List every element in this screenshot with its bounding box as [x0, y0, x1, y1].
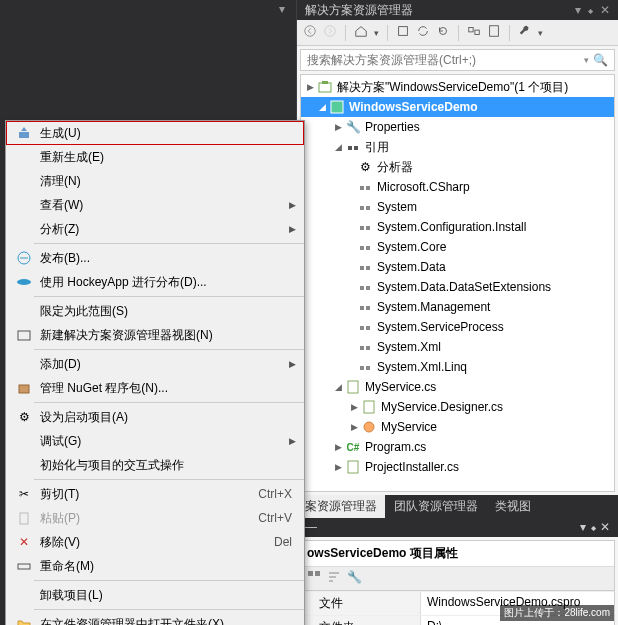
ref-node[interactable]: System.Data [301, 257, 614, 277]
ref-node[interactable]: Microsoft.CSharp [301, 177, 614, 197]
svg-point-0 [305, 26, 316, 37]
ref-node[interactable]: System [301, 197, 614, 217]
ctx-open-folder[interactable]: 在文件资源管理器中打开文件夹(X) [6, 612, 304, 625]
ctx-cut[interactable]: ✂剪切(T)Ctrl+X [6, 482, 304, 506]
ctx-new-view[interactable]: 新建解决方案资源管理器视图(N) [6, 323, 304, 347]
ctx-rename[interactable]: 重命名(M) [6, 554, 304, 578]
ctx-analyze[interactable]: 分析(Z)▶ [6, 217, 304, 241]
dash: — [305, 520, 317, 534]
separator [34, 580, 304, 581]
solution-node[interactable]: ▶ 解决方案"WindowsServiceDemo"(1 个项目) [301, 77, 614, 97]
class-node[interactable]: ▶MyService [301, 417, 614, 437]
ref-node[interactable]: System.Xml [301, 337, 614, 357]
svg-point-33 [364, 422, 374, 432]
ref-icon [357, 259, 373, 275]
ctx-nuget[interactable]: 管理 NuGet 程序包(N)... [6, 376, 304, 400]
ctx-view[interactable]: 查看(W)▶ [6, 193, 304, 217]
solution-tree[interactable]: ▶ 解决方案"WindowsServiceDemo"(1 个项目) ◢ Wind… [300, 74, 615, 492]
ctx-build[interactable]: 生成(U) [6, 121, 304, 145]
svg-rect-21 [360, 286, 364, 290]
svg-rect-43 [18, 564, 30, 569]
ref-node[interactable]: System.Data.DataSetExtensions [301, 277, 614, 297]
ctx-rebuild[interactable]: 重新生成(E) [6, 145, 304, 169]
ctx-interactive[interactable]: 初始化与项目的交互式操作 [6, 453, 304, 477]
svg-rect-16 [366, 226, 370, 230]
pin-icon[interactable]: ⬥ [590, 520, 597, 534]
close-icon[interactable]: ✕ [600, 3, 610, 17]
file-node[interactable]: ◢MyService.cs [301, 377, 614, 397]
panel-bottom-tabs: 案资源管理器 团队资源管理器 类视图 [297, 495, 618, 517]
ctx-scope[interactable]: 限定为此范围(S) [6, 299, 304, 323]
ctx-debug[interactable]: 调试(G)▶ [6, 429, 304, 453]
search-input[interactable] [307, 53, 584, 67]
paste-icon [14, 511, 34, 525]
tab-team-explorer[interactable]: 团队资源管理器 [386, 495, 486, 518]
ref-node[interactable]: System.Configuration.Install [301, 217, 614, 237]
ref-node[interactable]: System.Xml.Linq [301, 357, 614, 377]
categorize-icon[interactable] [307, 570, 321, 587]
svg-rect-25 [360, 326, 364, 330]
svg-rect-18 [366, 246, 370, 250]
sync-icon[interactable] [416, 24, 430, 41]
panel-titlebar: 解决方案资源管理器 ▾ ⬥ ✕ [297, 0, 618, 20]
show-all-icon[interactable] [467, 24, 481, 41]
analyzer-node[interactable]: ⚙分析器 [301, 157, 614, 177]
ctx-hockeyapp[interactable]: 使用 HockeyApp 进行分布(D)... [6, 270, 304, 294]
svg-rect-35 [308, 571, 313, 576]
ref-node[interactable]: System.ServiceProcess [301, 317, 614, 337]
tab-class-view[interactable]: 类视图 [487, 495, 539, 518]
ctx-remove[interactable]: ✕移除(V)Del [6, 530, 304, 554]
ctx-clean[interactable]: 清理(N) [6, 169, 304, 193]
file-node[interactable]: ▶MyService.Designer.cs [301, 397, 614, 417]
ctx-add[interactable]: 添加(D)▶ [6, 352, 304, 376]
ref-node[interactable]: System.Core [301, 237, 614, 257]
ctx-unload[interactable]: 卸载项目(L) [6, 583, 304, 607]
svg-rect-7 [322, 81, 328, 84]
ctx-publish[interactable]: 发布(B)... [6, 246, 304, 270]
forward-icon[interactable] [323, 24, 337, 41]
ref-icon [357, 339, 373, 355]
submenu-icon: ▶ [289, 359, 296, 369]
prop-key: 文件夹 [301, 616, 421, 625]
references-node[interactable]: ◢引用 [301, 137, 614, 157]
ctx-startup[interactable]: ⚙设为启动项目(A) [6, 405, 304, 429]
properties-icon[interactable] [487, 24, 501, 41]
back-icon[interactable] [303, 24, 317, 41]
dropdown-icon[interactable]: ▾ [575, 3, 581, 17]
editor-dropdown-icon[interactable]: ▾ [279, 2, 285, 16]
collapse-icon[interactable] [396, 24, 410, 41]
home-icon[interactable] [354, 24, 368, 41]
search-dd-icon[interactable]: ▾ [584, 55, 589, 65]
refresh-icon[interactable] [436, 24, 450, 41]
panel-title-text: 解决方案资源管理器 [305, 2, 413, 19]
ref-node[interactable]: System.Management [301, 297, 614, 317]
remove-icon: ✕ [14, 535, 34, 549]
close-icon[interactable]: ✕ [600, 520, 610, 534]
wrench-icon[interactable]: 🔧 [347, 570, 362, 587]
submenu-icon: ▶ [289, 436, 296, 446]
tab-solution-explorer[interactable]: 案资源管理器 [297, 495, 385, 518]
submenu-icon: ▶ [289, 200, 296, 210]
separator [34, 349, 304, 350]
dropdown-icon[interactable]: ▾ [580, 520, 586, 534]
cs-icon [345, 459, 361, 475]
rename-icon [14, 559, 34, 573]
search-box[interactable]: ▾ 🔍 [300, 49, 615, 71]
project-node[interactable]: ◢ WindowsServiceDemo [301, 97, 614, 117]
solution-icon [317, 79, 333, 95]
ref-icon [357, 319, 373, 335]
svg-rect-27 [360, 346, 364, 350]
analyzer-icon: ⚙ [357, 159, 373, 175]
file-node[interactable]: ▶ProjectInstaller.cs [301, 457, 614, 477]
svg-rect-22 [366, 286, 370, 290]
dd2-icon[interactable]: ▾ [538, 28, 543, 38]
context-menu: 生成(U) 重新生成(E) 清理(N) 查看(W)▶ 分析(Z)▶ 发布(B).… [5, 120, 305, 625]
sort-icon[interactable] [327, 570, 341, 587]
file-node[interactable]: ▶C#Program.cs [301, 437, 614, 457]
svg-rect-30 [366, 366, 370, 370]
pin-icon[interactable]: ⬥ [587, 3, 594, 17]
search-icon[interactable]: 🔍 [593, 53, 608, 67]
wrench-icon[interactable] [518, 24, 532, 41]
dd-icon[interactable]: ▾ [374, 28, 379, 38]
properties-node[interactable]: ▶🔧Properties [301, 117, 614, 137]
